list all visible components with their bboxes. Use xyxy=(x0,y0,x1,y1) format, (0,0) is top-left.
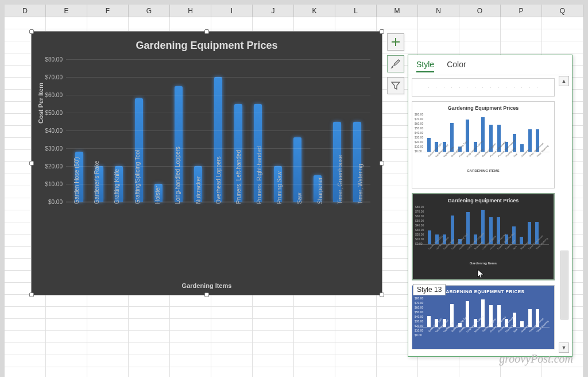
chart-styles-button[interactable] xyxy=(387,55,404,72)
scrollbar[interactable]: ▲ ▼ xyxy=(558,76,570,353)
x-tick-label: Overhead Loppers xyxy=(215,156,221,204)
resize-handle[interactable] xyxy=(204,29,209,34)
y-tick: $30.00 xyxy=(45,145,63,152)
app-frame: D E F G H I J K L M N O P Q Gardening Eq… xyxy=(0,0,588,377)
col-header[interactable]: O xyxy=(459,5,501,17)
chart-elements-button[interactable] xyxy=(387,33,404,51)
x-tick-label: Gardener's Rake xyxy=(93,161,99,204)
plus-icon xyxy=(390,37,401,47)
resize-handle[interactable] xyxy=(29,29,34,34)
y-tick: $20.00 xyxy=(45,163,63,170)
y-tick: $80.00 xyxy=(45,56,63,63)
x-tick-label: Pruners, Left-handed xyxy=(235,150,242,204)
y-tick: $0.00 xyxy=(48,199,63,205)
y-axis-label[interactable]: Cost Per Item xyxy=(37,83,44,124)
chart-object[interactable]: Gardening Equipment Prices Cost Per Item… xyxy=(31,31,382,295)
tab-style[interactable]: Style xyxy=(416,60,434,72)
style-thumbnail[interactable]: ··············· xyxy=(412,78,555,97)
col-header[interactable]: H xyxy=(170,5,211,17)
styles-list[interactable]: ··············· Gardening Equipment Pric… xyxy=(412,76,555,353)
watermark: groovyPost.com xyxy=(499,352,573,366)
chart-filters-button[interactable] xyxy=(387,77,404,94)
col-header[interactable]: F xyxy=(87,5,129,17)
thumb-xlabel: Gardening Items xyxy=(417,261,549,265)
col-header[interactable]: P xyxy=(501,5,542,17)
x-axis-label[interactable]: Gardening Items xyxy=(32,282,382,289)
x-tick-label: Timer, Greenhouse xyxy=(336,155,343,204)
x-tick-label: Timer, Watering xyxy=(357,164,363,204)
chart-bar[interactable] xyxy=(293,137,301,202)
tab-color[interactable]: Color xyxy=(447,60,466,72)
thumb-title: Gardening Equipment Prices xyxy=(417,198,549,203)
thumb-xlabel: GARDENING ITEMS xyxy=(417,169,550,172)
col-header[interactable]: M xyxy=(377,5,418,17)
col-header[interactable]: J xyxy=(253,5,294,17)
chart-context-buttons xyxy=(387,33,404,94)
cursor-icon xyxy=(477,269,485,279)
x-tick-label: Pruners, Right-handed xyxy=(256,146,262,204)
style-thumbnail-dark[interactable]: Gardening Equipment Prices $80.00$70.00$… xyxy=(412,193,555,280)
y-tick: $50.00 xyxy=(45,110,63,116)
col-header[interactable]: D xyxy=(5,5,46,17)
panel-tabs: Style Color xyxy=(408,55,572,75)
col-header[interactable]: E xyxy=(46,5,87,17)
style-tooltip: Style 13 xyxy=(413,284,446,295)
chart-title[interactable]: Gardening Equipment Prices xyxy=(32,32,382,56)
thumb-yaxis: $80.00$70.00$60.00$50.00$40.00$30.00$20.… xyxy=(415,205,424,246)
resize-handle[interactable] xyxy=(380,161,384,166)
resize-handle[interactable] xyxy=(380,29,384,34)
x-tick-label: Garden Hose (50') xyxy=(73,157,79,204)
thumb-title: Gardening Equipment Prices xyxy=(417,105,550,111)
y-tick: $60.00 xyxy=(45,92,63,98)
thumb-yaxis: $80.00$70.00$60.00$50.00$40.00$30.00$20.… xyxy=(415,296,423,337)
resize-handle[interactable] xyxy=(29,293,34,297)
x-tick-label: Holster xyxy=(154,186,160,204)
chart-styles-panel: Style Color ··············· Gardening Eq… xyxy=(408,55,572,357)
scroll-thumb[interactable] xyxy=(560,251,568,320)
scroll-down-button[interactable]: ▼ xyxy=(559,343,569,353)
col-header[interactable]: Q xyxy=(542,5,583,17)
y-tick: $40.00 xyxy=(45,128,63,134)
resize-handle[interactable] xyxy=(380,293,384,297)
funnel-icon xyxy=(390,80,401,91)
y-tick: $10.00 xyxy=(45,181,63,187)
column-headers: D E F G H I J K L M N O P Q xyxy=(5,5,583,17)
brush-icon xyxy=(390,59,401,69)
x-tick-label: Nutcracker xyxy=(195,176,201,204)
resize-handle[interactable] xyxy=(29,161,34,166)
x-tick-label: Grafting/Splicing Tool xyxy=(134,150,140,204)
resize-handle[interactable] xyxy=(204,293,209,297)
col-header[interactable]: L xyxy=(335,5,377,17)
x-tick-label: Saw xyxy=(296,193,303,204)
col-header[interactable]: G xyxy=(129,5,170,17)
y-tick: $70.00 xyxy=(45,74,63,80)
scroll-up-button[interactable]: ▲ xyxy=(559,76,569,86)
col-header[interactable]: K xyxy=(294,5,335,17)
col-header[interactable]: I xyxy=(211,5,253,17)
thumb-yaxis: $80.00$70.00$60.00$50.00$40.00$30.00$20.… xyxy=(415,112,423,153)
x-tick-label: Pruning Saw xyxy=(276,171,282,204)
x-tick-label: Grafting Knife xyxy=(114,169,120,204)
style-thumbnail-light[interactable]: Gardening Equipment Prices $80.00$70.00$… xyxy=(412,101,555,188)
x-tick-label: Sharpener xyxy=(316,177,323,204)
x-tick-label: Long-handled Loppers xyxy=(175,147,181,204)
x-axis-ticks: Garden Hose (50')Gardener's RakeGrafting… xyxy=(66,203,370,275)
col-header[interactable]: N xyxy=(418,5,459,17)
